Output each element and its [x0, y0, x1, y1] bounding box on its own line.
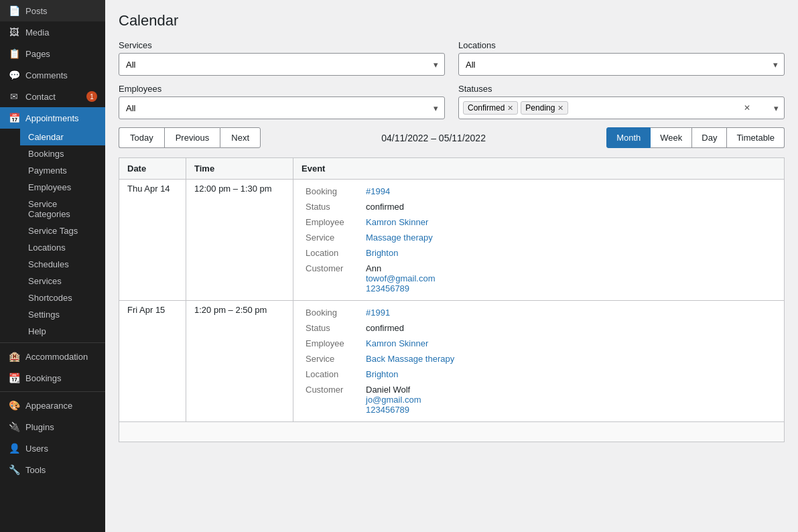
employee-label: Employee: [302, 214, 362, 230]
location-value: Brighton: [362, 245, 776, 261]
employee-link[interactable]: Kamron Skinner: [366, 217, 428, 227]
booking-value: #1994: [362, 184, 776, 199]
today-button[interactable]: Today: [119, 127, 164, 148]
customer-phone-link[interactable]: 123456789: [366, 283, 409, 293]
date-range: 04/11/2022 – 05/11/2022: [261, 133, 606, 143]
sidebar-item-help[interactable]: Help: [20, 323, 105, 340]
sidebar-item-settings[interactable]: Settings: [20, 306, 105, 323]
event-date: Thu Apr 14: [119, 180, 186, 301]
customer-email-link[interactable]: jo@gmail.com: [366, 395, 421, 405]
sidebar-item-plugins[interactable]: 🔌 Plugins: [0, 416, 105, 438]
sidebar-item-media[interactable]: 🖼 Media: [0, 21, 105, 43]
booking-label: Booking: [302, 184, 362, 199]
appointments-icon: 📅: [8, 113, 20, 123]
table-row: Thu Apr 14 12:00 pm – 1:30 pm Booking #1…: [119, 180, 785, 301]
employee-link[interactable]: Kamron Skinner: [366, 338, 428, 348]
remove-pending-btn[interactable]: ✕: [557, 104, 563, 113]
location-value: Brighton: [362, 367, 776, 382]
statuses-clear-btn[interactable]: ✕: [744, 103, 750, 113]
sidebar-item-comments[interactable]: 💬 Comments: [0, 64, 105, 86]
employee-label: Employee: [302, 336, 362, 351]
sidebar-item-services[interactable]: Services: [20, 273, 105, 289]
location-link[interactable]: Brighton: [366, 248, 398, 258]
sidebar-item-contact[interactable]: ✉ Contact 1: [0, 86, 105, 107]
sidebar-item-employees[interactable]: Employees: [20, 179, 105, 196]
statuses-filter: Statuses Confirmed ✕ Pending ✕ ✕ ▾: [458, 84, 785, 119]
sidebar-item-payments[interactable]: Payments: [20, 162, 105, 179]
sidebar-item-service-tags[interactable]: Service Tags: [20, 222, 105, 239]
employees-filter: Employees All: [119, 84, 445, 119]
event-details: Booking #1994 Status confirmed Employee …: [293, 180, 785, 301]
sidebar-item-appearance[interactable]: 🎨 Appearance: [0, 395, 105, 416]
page-title: Calendar: [119, 12, 785, 29]
booking-link[interactable]: #1991: [366, 308, 390, 318]
locations-select-wrapper: All: [458, 53, 785, 76]
view-week-button[interactable]: Week: [651, 127, 692, 148]
bookings2-icon: 📆: [8, 373, 20, 383]
filters-row-1: Services All Locations All: [119, 40, 785, 76]
booking-label: Booking: [302, 305, 362, 320]
sidebar-item-bookings[interactable]: Bookings: [20, 145, 105, 162]
sidebar-item-locations[interactable]: Locations: [20, 239, 105, 256]
sidebar-item-pages[interactable]: 📋 Pages: [0, 43, 105, 64]
service-link[interactable]: Back Massage therapy: [366, 354, 454, 364]
status-tag-confirmed: Confirmed ✕: [463, 101, 518, 115]
accommodation-icon: 🏨: [8, 351, 20, 362]
status-label: Status: [302, 199, 362, 214]
service-value: Massage therapy: [362, 230, 776, 245]
filters-row-2: Employees All Statuses Confirmed ✕ Pendi…: [119, 84, 785, 119]
customer-value: Ann towof@gmail.com 123456789: [362, 261, 776, 296]
appearance-icon: 🎨: [8, 400, 20, 411]
view-day-button[interactable]: Day: [692, 127, 727, 148]
calendar-nav: Today Previous Next 04/11/2022 – 05/11/2…: [119, 127, 785, 148]
sidebar-item-bookings2[interactable]: 📆 Bookings: [0, 367, 105, 389]
view-buttons: Month Week Day Timetable: [606, 127, 785, 148]
sidebar-item-calendar[interactable]: Calendar: [20, 129, 105, 145]
status-label: Status: [302, 320, 362, 336]
customer-value: Daniel Wolf jo@gmail.com 123456789: [362, 382, 776, 417]
tools-icon: 🔧: [8, 464, 20, 475]
contact-icon: ✉: [8, 91, 20, 102]
calendar-table: Date Time Event Thu Apr 14 12:00 pm – 1:…: [119, 157, 785, 442]
sidebar-item-accommodation[interactable]: 🏨 Accommodation: [0, 346, 105, 367]
remove-confirmed-btn[interactable]: ✕: [507, 104, 513, 113]
sidebar-item-appointments[interactable]: 📅 Appointments: [0, 107, 105, 129]
next-button[interactable]: Next: [220, 127, 261, 148]
users-icon: 👤: [8, 443, 20, 454]
service-label: Service: [302, 230, 362, 245]
locations-filter: Locations All: [458, 40, 785, 76]
sidebar-item-schedules[interactable]: Schedules: [20, 256, 105, 273]
employee-value: Kamron Skinner: [362, 214, 776, 230]
customer-phone-link[interactable]: 123456789: [366, 405, 409, 415]
previous-button[interactable]: Previous: [164, 127, 220, 148]
view-month-button[interactable]: Month: [606, 127, 651, 148]
sidebar-item-service-categories[interactable]: Service Categories: [20, 196, 105, 222]
sidebar-item-shortcodes[interactable]: Shortcodes: [20, 289, 105, 306]
customer-email-link[interactable]: towof@gmail.com: [366, 273, 436, 283]
sidebar-separator: [0, 342, 105, 343]
locations-select[interactable]: All: [458, 53, 785, 76]
locations-label: Locations: [458, 40, 785, 50]
col-event: Event: [293, 158, 785, 180]
media-icon: 🖼: [8, 27, 20, 38]
services-select[interactable]: All: [119, 53, 445, 76]
employees-select[interactable]: All: [119, 96, 445, 119]
customer-label: Customer: [302, 261, 362, 296]
employee-value: Kamron Skinner: [362, 336, 776, 351]
services-select-wrapper: All: [119, 53, 445, 76]
sidebar-item-users[interactable]: 👤 Users: [0, 438, 105, 459]
statuses-label: Statuses: [458, 84, 785, 94]
view-timetable-button[interactable]: Timetable: [727, 127, 785, 148]
booking-link[interactable]: #1994: [366, 186, 390, 196]
pages-icon: 📋: [8, 48, 20, 59]
sidebar-item-tools[interactable]: 🔧 Tools: [0, 459, 105, 480]
service-link[interactable]: Massage therapy: [366, 232, 433, 243]
plugins-icon: 🔌: [8, 421, 20, 432]
location-link[interactable]: Brighton: [366, 369, 398, 379]
posts-icon: 📄: [8, 5, 20, 16]
statuses-select[interactable]: Confirmed ✕ Pending ✕ ✕ ▾: [458, 96, 785, 119]
col-time: Time: [186, 158, 293, 180]
sidebar-separator2: [0, 391, 105, 392]
location-label: Location: [302, 367, 362, 382]
sidebar-item-posts[interactable]: 📄 Posts: [0, 0, 105, 21]
